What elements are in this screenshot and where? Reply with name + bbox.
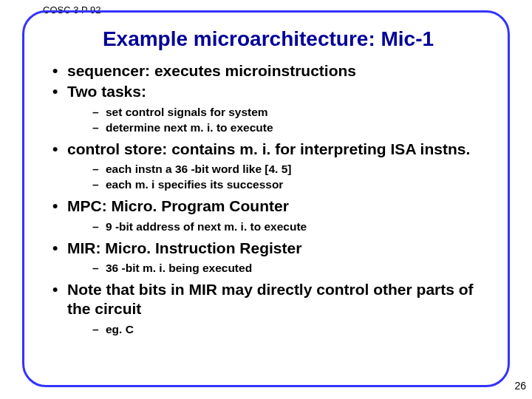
bullet-text: Note that bits in MIR may directly contr… (67, 281, 474, 317)
sub-text: each m. i specifies its successor (106, 178, 283, 191)
sub-item: set control signals for system (92, 105, 490, 120)
list-item: control store: contains m. i. for interp… (51, 140, 490, 193)
list-item: sequencer: executes microinstructions (51, 61, 490, 81)
page-number: 26 (514, 380, 526, 392)
list-item: MPC: Micro. Program Counter 9 -bit addre… (51, 197, 490, 233)
bullet-text: control store: contains m. i. for interp… (67, 140, 470, 157)
list-item: Two tasks: set control signals for syste… (51, 82, 490, 135)
sub-text: eg. C (106, 323, 134, 335)
slide-frame: Example microarchitecture: Mic-1 sequenc… (22, 10, 510, 387)
bullet-list: sequencer: executes microinstructions Tw… (47, 61, 490, 337)
bullet-text: sequencer: executes microinstructions (67, 62, 356, 79)
sub-item: each instn a 36 -bit word like [4. 5] (92, 162, 490, 177)
bullet-text: Two tasks: (67, 83, 146, 100)
sub-item: each m. i specifies its successor (92, 177, 490, 192)
sub-list: 36 -bit m. i. being executed (67, 261, 490, 276)
sub-item: 9 -bit address of next m. i. to execute (92, 219, 490, 234)
sub-item: determine next m. i. to execute (92, 120, 490, 135)
sub-list: set control signals for system determine… (67, 105, 490, 135)
sub-list: eg. C (67, 322, 490, 337)
bullet-text: MPC: Micro. Program Counter (67, 197, 289, 214)
sub-list: each instn a 36 -bit word like [4. 5] ea… (67, 162, 490, 192)
sub-item: eg. C (92, 322, 490, 337)
slide-title: Example microarchitecture: Mic-1 (47, 27, 490, 51)
sub-text: each instn a 36 -bit word like [4. 5] (106, 163, 292, 175)
list-item: MIR: Micro. Instruction Register 36 -bit… (51, 239, 490, 276)
sub-text: 9 -bit address of next m. i. to execute (106, 220, 307, 233)
bullet-text: MIR: Micro. Instruction Register (67, 239, 301, 256)
sub-text: set control signals for system (106, 106, 268, 118)
sub-text: 36 -bit m. i. being executed (106, 262, 252, 274)
sub-list: 9 -bit address of next m. i. to execute (67, 219, 490, 234)
sub-item: 36 -bit m. i. being executed (92, 261, 490, 276)
sub-text: determine next m. i. to execute (106, 121, 273, 134)
list-item: Note that bits in MIR may directly contr… (51, 280, 490, 337)
